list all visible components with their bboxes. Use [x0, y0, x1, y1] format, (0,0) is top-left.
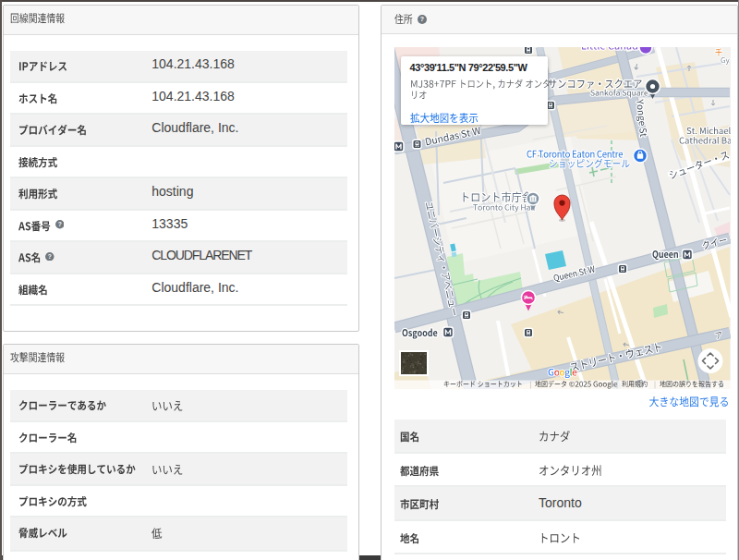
- svg-text:?: ?: [57, 221, 61, 227]
- svg-text:?: ?: [420, 16, 424, 22]
- svg-text:?: ?: [48, 253, 52, 260]
